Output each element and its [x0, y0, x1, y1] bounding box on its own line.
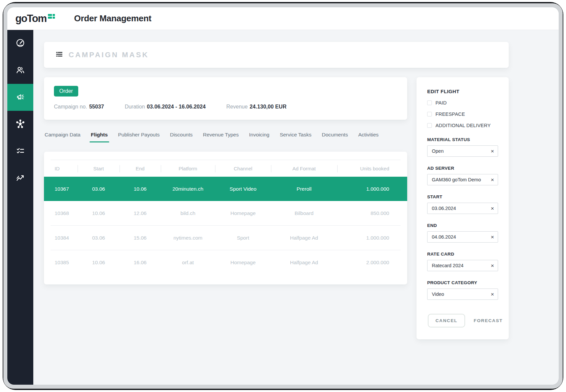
cell-platform: 20minuten.ch: [161, 186, 215, 192]
users-icon: [15, 65, 25, 76]
clear-icon[interactable]: ×: [491, 292, 494, 297]
checkbox-freespace[interactable]: FREESPACE: [427, 111, 498, 117]
order-tabs: Campaign Data Flights Publisher Payouts …: [44, 132, 407, 142]
main-content: CAMPAIGN MASK Order Campaign no.55037: [33, 30, 559, 385]
gotom-logo-text: goTom: [15, 13, 47, 24]
tab-flights[interactable]: Flights: [91, 132, 108, 142]
revenue-value: 24.130,00 EUR: [250, 104, 287, 109]
rate-card-label: RATE CARD: [427, 252, 498, 257]
clear-icon[interactable]: ×: [491, 263, 494, 269]
tab-activities[interactable]: Activities: [358, 132, 379, 142]
cell-units-booked: 1.000.000: [337, 235, 401, 241]
network-icon: [15, 119, 25, 130]
tab-revenue-types[interactable]: Revenue Types: [203, 132, 239, 142]
gotom-logo[interactable]: goTom: [15, 13, 55, 24]
checkbox-icon[interactable]: [427, 123, 432, 128]
end-date-input[interactable]: 04.06.2024 ×: [427, 231, 498, 243]
forecast-button[interactable]: FORECAST: [474, 318, 503, 323]
order-summary-card: Order Campaign no.55037 Duration03.06.20…: [44, 77, 407, 120]
cell-id: 10368: [51, 210, 78, 216]
rate-card-value: Ratecard 2024: [432, 263, 491, 268]
cell-start: 10.06: [78, 210, 119, 216]
clear-icon[interactable]: ×: [491, 206, 494, 211]
edit-flight-panel: EDIT FLIGHT PAID FREESPACE: [417, 77, 509, 339]
cell-platform: nytimes.com: [161, 235, 215, 241]
ad-server-label: AD SERVER: [427, 166, 498, 171]
col-header-id: ID: [51, 166, 78, 171]
edit-flight-title: EDIT FLIGHT: [427, 89, 498, 94]
tab-documents[interactable]: Documents: [322, 132, 348, 142]
cell-ad-format: Bilboard: [271, 210, 337, 216]
table-row[interactable]: 10368 10.06 12.06 bild.ch Homepage Bilbo…: [44, 201, 407, 225]
duration-label: Duration: [125, 104, 145, 109]
cell-platform: bild.ch: [161, 210, 215, 216]
clear-icon[interactable]: ×: [491, 148, 494, 154]
sidebar-item-tasks[interactable]: [7, 138, 33, 165]
checkbox-paid[interactable]: PAID: [427, 100, 498, 105]
flights-table: ID Start End Platform Channel Ad Format …: [44, 152, 407, 285]
tab-invoicing[interactable]: Invoicing: [249, 132, 269, 142]
cell-units-booked: 1.000.000: [337, 186, 401, 192]
campaign-number-stat: Campaign no.55037: [54, 104, 104, 110]
ad-server-value: GAM360 goTom Demo: [432, 177, 491, 182]
campaign-mask-title: CAMPAIGN MASK: [69, 51, 149, 59]
order-status-badge: Order: [54, 86, 78, 97]
device-bezel: goTom Order Management: [3, 3, 563, 389]
cell-ad-format: Halfpage Ad: [271, 235, 337, 241]
product-category-value: Video: [432, 292, 491, 297]
sidebar-item-campaigns[interactable]: [7, 84, 33, 111]
start-date-value: 03.06.2024: [432, 206, 491, 211]
gauge-icon: [15, 38, 25, 49]
tab-discounts[interactable]: Discounts: [170, 132, 192, 142]
tab-service-tasks[interactable]: Service Tasks: [280, 132, 311, 142]
start-date-input[interactable]: 03.06.2024 ×: [427, 203, 498, 214]
cell-start: 03.06: [78, 235, 119, 241]
cell-channel: Homepage: [215, 210, 271, 216]
checklist-icon: [15, 146, 25, 157]
cell-units-booked: 2.000.000: [337, 260, 401, 266]
col-header-units-booked: Units booked: [337, 166, 401, 171]
cell-end: 16.06: [120, 260, 161, 266]
cell-end: 10.06: [120, 186, 161, 192]
cell-platform: orf.at: [161, 260, 215, 266]
col-header-platform: Platform: [161, 166, 215, 171]
app-header: goTom Order Management: [7, 7, 559, 30]
cell-units-booked: 850.000: [337, 210, 401, 216]
checkbox-icon[interactable]: [427, 100, 432, 105]
table-row[interactable]: 10385 10.06 16.06 orf.at Homepage Halfpa…: [44, 250, 407, 275]
col-header-end: End: [120, 166, 161, 171]
cancel-button[interactable]: CANCEL: [428, 314, 465, 327]
duration-stat: Duration03.06.2024 - 16.06.2024: [125, 104, 206, 110]
campaign-mask-bar[interactable]: CAMPAIGN MASK: [44, 42, 509, 68]
gotom-logo-icon: [48, 14, 55, 19]
checkbox-additional-delivery[interactable]: ADDITIONAL DELIVERY: [427, 123, 498, 128]
tab-campaign-data[interactable]: Campaign Data: [45, 132, 81, 142]
tab-publisher-payouts[interactable]: Publisher Payouts: [118, 132, 160, 142]
material-status-select[interactable]: Open ×: [427, 145, 498, 157]
sidebar-item-users[interactable]: [7, 57, 33, 84]
clear-icon[interactable]: ×: [491, 234, 494, 240]
cell-id: 10384: [51, 235, 78, 241]
rate-card-select[interactable]: Ratecard 2024 ×: [427, 260, 498, 271]
col-header-channel: Channel: [215, 166, 271, 171]
sidebar-item-analytics[interactable]: [7, 165, 33, 192]
sidebar-nav: [7, 30, 33, 385]
product-category-label: PRODUCT CATEGORY: [427, 280, 498, 285]
campaign-number-value: 55037: [89, 104, 104, 109]
checkbox-additional-delivery-label: ADDITIONAL DELIVERY: [435, 123, 491, 128]
page-title: Order Management: [74, 13, 151, 24]
end-date-value: 04.06.2024: [432, 234, 491, 240]
cell-channel: Sport: [215, 235, 271, 241]
cell-channel: Homepage: [215, 260, 271, 266]
table-row[interactable]: 10384 03.06 15.06 nytimes.com Sport Half…: [44, 226, 407, 250]
table-row[interactable]: 10367 03.06 10.06 20minuten.ch Sport Vid…: [44, 177, 407, 201]
cell-ad-format: Preroll: [271, 186, 337, 192]
ad-server-select[interactable]: GAM360 goTom Demo ×: [427, 174, 498, 185]
clear-icon[interactable]: ×: [491, 177, 494, 183]
campaign-number-label: Campaign no.: [54, 104, 87, 109]
product-category-select[interactable]: Video ×: [427, 289, 498, 300]
checkbox-freespace-label: FREESPACE: [435, 111, 465, 117]
sidebar-item-network[interactable]: [7, 111, 33, 138]
checkbox-icon[interactable]: [427, 112, 432, 116]
sidebar-item-dashboard[interactable]: [7, 30, 33, 57]
